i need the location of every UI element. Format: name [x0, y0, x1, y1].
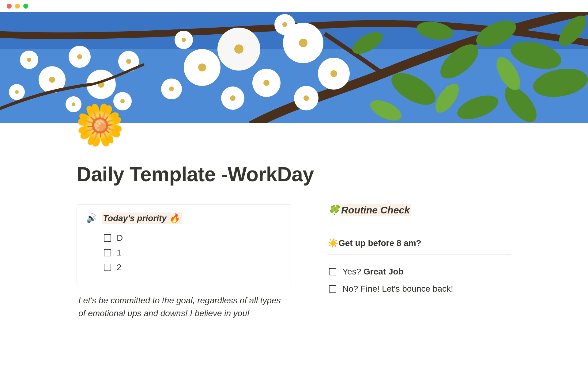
answer-yes-bold: Great Job [364, 267, 404, 276]
answer-text[interactable]: No? Fine! Let's bounce back! [342, 284, 453, 294]
svg-point-33 [198, 63, 206, 71]
routine-answer-no[interactable]: No? Fine! Let's bounce back! [328, 280, 511, 297]
motivation-text[interactable]: Let's be committed to the goal, regardle… [77, 294, 291, 320]
routine-answer-yes[interactable]: Yes? Great Job [328, 263, 511, 280]
svg-point-41 [169, 86, 174, 91]
page-content: Daily Template -WorkDay 🔊 Today's priori… [0, 123, 588, 320]
priority-item[interactable]: 1 [86, 245, 281, 260]
maximize-window-button[interactable] [23, 4, 28, 9]
window-titlebar [0, 0, 588, 12]
priority-callout[interactable]: 🔊 Today's priority 🔥 D 1 2 [77, 204, 291, 284]
svg-point-31 [15, 90, 19, 94]
priority-title[interactable]: Today's priority 🔥 [102, 213, 182, 224]
svg-point-25 [126, 59, 131, 64]
close-window-button[interactable] [7, 4, 12, 9]
page-title[interactable]: Daily Template -WorkDay [77, 163, 511, 186]
svg-point-37 [263, 80, 270, 86]
svg-point-19 [27, 58, 31, 62]
svg-point-47 [330, 70, 337, 77]
minimize-window-button[interactable] [15, 4, 20, 9]
page-icon[interactable]: 🌼 [75, 105, 125, 145]
svg-point-45 [299, 39, 307, 47]
checkbox[interactable] [329, 285, 336, 293]
svg-point-35 [234, 44, 243, 54]
left-column: 🔊 Today's priority 🔥 D 1 2 [77, 204, 291, 320]
checkbox[interactable] [104, 249, 111, 256]
priority-item[interactable]: D [86, 231, 281, 245]
speaker-icon: 🔊 [86, 213, 97, 223]
svg-point-21 [77, 54, 82, 59]
answer-text[interactable]: Yes? Great Job [342, 267, 404, 277]
sun-icon: ☀️ [328, 238, 338, 248]
svg-point-17 [49, 77, 55, 83]
priority-item-label[interactable]: 2 [117, 263, 122, 272]
priority-item[interactable]: 2 [86, 260, 281, 275]
svg-point-39 [230, 95, 236, 101]
routine-heading[interactable]: 🍀Routine Check [328, 204, 511, 216]
priority-title-text: Today's priority [103, 213, 167, 223]
checkbox[interactable] [329, 268, 336, 275]
routine-question[interactable]: ☀️Get up before 8 am? [328, 238, 511, 255]
svg-point-43 [182, 38, 186, 42]
priority-item-label[interactable]: D [117, 233, 123, 243]
answer-yes-prefix: Yes? [342, 267, 364, 276]
svg-point-51 [282, 22, 287, 27]
svg-point-49 [303, 95, 309, 101]
routine-heading-text: Routine Check [340, 204, 411, 216]
routine-question-text: Get up before 8 am? [338, 238, 421, 248]
fire-icon: 🔥 [169, 213, 180, 223]
priority-item-label[interactable]: 1 [117, 248, 122, 258]
checkbox[interactable] [104, 234, 111, 242]
clover-icon: 🍀 [328, 205, 340, 216]
page-cover[interactable]: 🌼 [0, 12, 588, 123]
checkbox[interactable] [104, 264, 111, 271]
right-column: 🍀Routine Check ☀️Get up before 8 am? Yes… [328, 204, 511, 320]
